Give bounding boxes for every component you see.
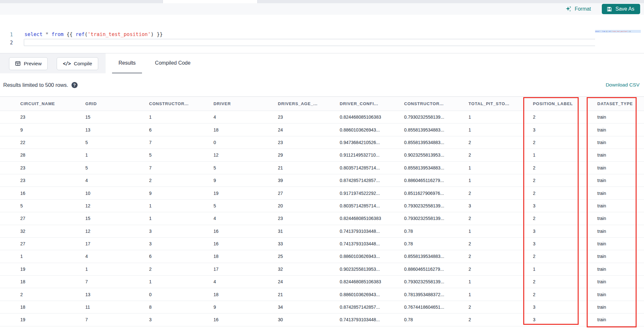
compile-button[interactable]: </> Compile: [57, 57, 98, 70]
table-cell: 5: [81, 140, 145, 145]
table-cell: train: [593, 216, 644, 221]
table-cell: 0: [209, 140, 274, 145]
results-info-row: Results limited to 500 rows. ? Download …: [0, 73, 644, 96]
table-cell: 10: [81, 191, 145, 196]
table-cell: 23: [274, 114, 336, 120]
table-cell: 4: [81, 178, 145, 183]
table-cell: 0.9473684210526...: [336, 140, 400, 145]
table-cell: 31: [274, 229, 336, 234]
table-cell: 1: [81, 267, 145, 272]
table-row: 3212316310.7413793103448...0.7813train: [0, 225, 644, 238]
download-csv-link[interactable]: Download CSV: [606, 82, 639, 88]
column-header: CONSTRUCTOR...: [145, 101, 209, 106]
tab-compiled-code[interactable]: Compiled Code: [148, 53, 197, 74]
window-tab-strip: [0, 0, 644, 3]
table-row: 14618250.8860103626943...0.8558139534883…: [0, 250, 644, 263]
tab-results[interactable]: Results: [112, 53, 142, 74]
line-number-1: 1: [6, 32, 13, 38]
table-cell: 3: [529, 127, 593, 132]
table-cell: 2: [464, 241, 529, 246]
table-cell: 24: [274, 279, 336, 284]
table-cell: 1: [145, 279, 209, 284]
table-cell: 17: [81, 241, 145, 246]
table-cell: 2: [145, 267, 209, 272]
table-cell: 0.7930232558139...: [400, 114, 464, 120]
table-cell: 2: [145, 178, 209, 183]
table-cell: 0.8558139534883...: [400, 254, 464, 259]
column-header: GRID: [81, 101, 145, 106]
sql-editor[interactable]: 1 2 select * from {{ ref('train_test_pos…: [0, 15, 644, 53]
table-cell: 6: [145, 127, 209, 132]
table-cell: 0.7930232558139...: [400, 216, 464, 221]
column-header: DRIVER: [209, 101, 274, 106]
table-cell: 0.7930232558139...: [400, 203, 464, 208]
table-cell: 1: [464, 165, 529, 170]
table-cell: train: [593, 305, 644, 310]
table-cell: 1: [464, 178, 529, 183]
table-cell: 18: [16, 279, 81, 284]
table-cell: 3: [529, 317, 593, 322]
preview-button[interactable]: Preview: [9, 57, 48, 70]
table-cell: 0: [145, 292, 209, 297]
table-cell: 6: [145, 254, 209, 259]
table-cell: 2: [464, 216, 529, 221]
table-cell: 7: [145, 140, 209, 145]
table-cell: 9: [145, 191, 209, 196]
table-cell: 0.8558139534883...: [400, 165, 464, 170]
table-cell: 23: [16, 178, 81, 183]
table-cell: 3: [145, 317, 209, 322]
table-cell: 29: [274, 152, 336, 158]
table-cell: train: [593, 241, 644, 246]
table-cell: train: [593, 254, 644, 259]
compile-label: Compile: [74, 61, 92, 67]
save-as-button[interactable]: Save As: [602, 4, 640, 14]
table-cell: 2: [529, 178, 593, 183]
table-cell: 2: [464, 254, 529, 259]
table-cell: 20: [274, 203, 336, 208]
save-as-label: Save As: [615, 6, 634, 12]
table-cell: 1: [464, 229, 529, 234]
table-cell: train: [593, 140, 644, 145]
code-token: from: [52, 32, 67, 37]
table-cell: 0.8035714285714...: [336, 203, 400, 208]
table-cell: 5: [145, 152, 209, 158]
table-cell: 9: [209, 305, 274, 310]
table-cell: 0.78: [400, 229, 464, 234]
table-cell: 12: [81, 229, 145, 234]
table-cell: 2: [464, 140, 529, 145]
table-cell: 2: [464, 267, 529, 272]
query-buttons-section: Preview </> Compile: [0, 53, 106, 74]
table-cell: train: [593, 191, 644, 196]
table-cell: 1: [464, 292, 529, 297]
table-cell: 28: [16, 152, 81, 158]
table-cell: 13: [81, 292, 145, 297]
code-line-1[interactable]: select * from {{ ref('train_test_positio…: [24, 32, 163, 37]
editor-minimap[interactable]: select * from {{ ref('train_test_positio…: [595, 30, 641, 50]
column-header: DRIVER_CONFI...: [336, 101, 400, 106]
table-cell: train: [593, 279, 644, 284]
table-cell: 3: [145, 241, 209, 246]
table-cell: 0.8558139534883...: [400, 140, 464, 145]
results-table: CIRCUIT_NAMEGRIDCONSTRUCTOR...DRIVERDRIV…: [0, 96, 644, 328]
table-cell: 7: [81, 317, 145, 322]
table-cell: 12: [209, 152, 274, 158]
table-cell: 3: [529, 305, 593, 310]
code-line-2-cursor-box[interactable]: [24, 39, 633, 46]
table-cell: 13: [81, 127, 145, 132]
column-header: DRIVERS_AGE_...: [274, 101, 336, 106]
table-cell: 2: [464, 317, 529, 322]
table-header-row: CIRCUIT_NAMEGRIDCONSTRUCTOR...DRIVERDRIV…: [0, 96, 644, 111]
column-header: DATASET_TYPE: [593, 101, 644, 106]
table-cell: 7: [145, 165, 209, 170]
format-button[interactable]: Format: [565, 6, 591, 12]
table-cell: 15: [81, 216, 145, 221]
question-mark-icon[interactable]: ?: [71, 82, 78, 88]
active-file-tab[interactable]: [163, 0, 258, 3]
line-number-2: 2: [6, 40, 13, 46]
table-cell: 2: [529, 279, 593, 284]
table-cell: 7: [81, 279, 145, 284]
preview-label: Preview: [24, 61, 42, 67]
code-token: {{: [67, 32, 76, 37]
table-cell: 33: [274, 241, 336, 246]
table-cell: 0.7813953488372...: [400, 292, 464, 297]
